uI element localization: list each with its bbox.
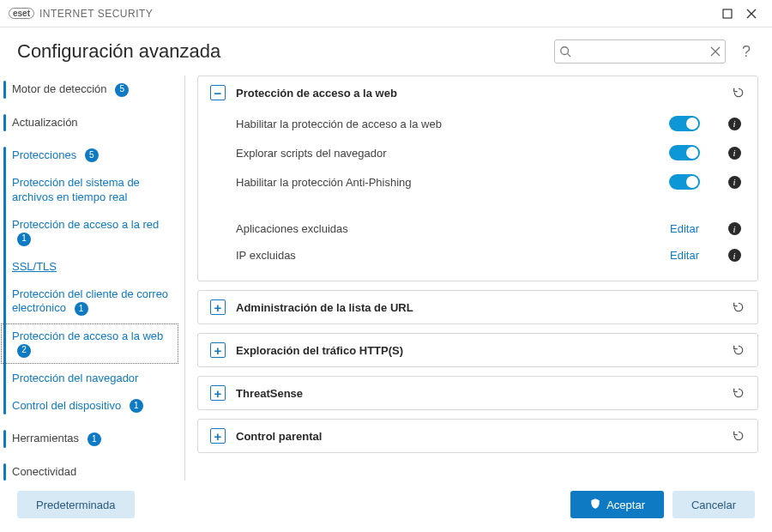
badge: 1 — [87, 432, 101, 446]
sidebar-item-label: Protección del sistema de archivos en ti… — [12, 176, 140, 203]
setting-row-explorar-scripts: Explorar scripts del navegador i — [236, 138, 745, 167]
badge: 2 — [17, 344, 31, 358]
sidebar-item-label: Protección de acceso a la red — [12, 218, 159, 231]
toggle-habilitar-web[interactable] — [669, 116, 700, 131]
toggle-explorar-scripts[interactable] — [669, 145, 700, 160]
reset-icon[interactable] — [732, 429, 745, 443]
section-threatsense: + ThreatSense — [197, 376, 758, 410]
expand-icon[interactable]: + — [210, 299, 226, 315]
setting-row-ip-excluidas: IP excluidas Editar i — [236, 242, 745, 269]
collapse-icon[interactable]: − — [210, 85, 226, 100]
sidebar-item-actualizacion[interactable]: Actualización — [0, 109, 179, 136]
sidebar-item-label: SSL/TLS — [12, 260, 57, 273]
setting-label: Habilitar la protección Anti-Phishing — [236, 176, 646, 189]
svg-point-1 — [561, 47, 569, 55]
shield-icon — [589, 498, 601, 512]
window-close-button[interactable] — [739, 2, 763, 26]
titlebar: eset INTERNET SECURITY — [0, 0, 772, 27]
badge: 1 — [130, 399, 143, 413]
reset-icon[interactable] — [732, 343, 745, 357]
section-exploracion-http: + Exploración del tráfico HTTP(S) — [197, 333, 758, 367]
header: Configuración avanzada ? — [0, 27, 772, 76]
edit-ip-excluidas-link[interactable]: Editar — [654, 249, 715, 262]
section-title: Exploración del tráfico HTTP(S) — [236, 344, 721, 357]
setting-row-habilitar-web: Habilitar la protección de acceso a la w… — [236, 109, 745, 138]
sidebar: Motor de detección 5 Actualización Prote… — [0, 76, 184, 481]
info-icon[interactable]: i — [728, 222, 741, 235]
info-icon[interactable]: i — [728, 176, 741, 189]
badge: 1 — [75, 302, 88, 316]
sidebar-item-label: Herramientas — [12, 432, 79, 444]
setting-row-anti-phishing: Habilitar la protección Anti-Phishing i — [236, 167, 745, 196]
brand-logo: eset INTERNET SECURITY — [9, 8, 153, 20]
sidebar-item-label: Protecciones — [12, 148, 76, 161]
brand-eset: eset — [9, 8, 34, 19]
expand-icon[interactable]: + — [210, 342, 226, 358]
sidebar-item-label: Control del dispositivo — [12, 399, 121, 412]
search-input-wrap — [554, 39, 726, 63]
sidebar-item-label: Actualización — [12, 116, 78, 129]
brand-product: INTERNET SECURITY — [39, 8, 153, 20]
sidebar-item-ssl-tls[interactable]: SSL/TLS — [0, 253, 179, 281]
section-control-parental: + Control parental — [197, 419, 758, 453]
setting-label: Aplicaciones excluidas — [236, 222, 646, 235]
section-proteccion-web: − Protección de acceso a la web Habilita… — [197, 76, 758, 281]
expand-icon[interactable]: + — [210, 428, 226, 444]
sidebar-item-proteccion-red[interactable]: Protección de acceso a la red 1 — [0, 211, 179, 253]
sidebar-item-control-dispositivo[interactable]: Control del dispositivo 1 — [0, 392, 179, 420]
badge: 5 — [85, 148, 99, 162]
setting-label: Habilitar la protección de acceso a la w… — [236, 118, 646, 130]
footer: Predeterminada Aceptar Cancelar — [0, 481, 772, 529]
setting-label: IP excluidas — [236, 249, 646, 262]
sidebar-item-protecciones[interactable]: Protecciones 5 — [0, 142, 179, 170]
badge: 1 — [17, 233, 31, 246]
sidebar-item-proteccion-sistema-archivos[interactable]: Protección del sistema de archivos en ti… — [0, 169, 179, 211]
sidebar-item-proteccion-web[interactable]: Protección de acceso a la web 2 — [0, 323, 179, 365]
setting-row-apps-excluidas: Aplicaciones excluidas Editar i — [236, 215, 745, 242]
help-button[interactable]: ? — [738, 43, 755, 61]
section-title: Control parental — [236, 430, 721, 443]
info-icon[interactable]: i — [728, 118, 741, 130]
edit-apps-excluidas-link[interactable]: Editar — [654, 222, 715, 235]
section-title: Protección de acceso a la web — [236, 87, 721, 100]
sidebar-item-proteccion-correo[interactable]: Protección del cliente de correo electró… — [0, 281, 179, 323]
setting-label: Explorar scripts del navegador — [236, 147, 646, 160]
sidebar-group-protecciones: Protecciones 5 Protección del sistema de… — [0, 142, 179, 420]
info-icon[interactable]: i — [728, 147, 741, 160]
section-title: ThreatSense — [236, 387, 721, 400]
reset-icon[interactable] — [732, 300, 745, 314]
cancel-button[interactable]: Cancelar — [672, 491, 755, 518]
sidebar-divider — [184, 76, 185, 481]
accept-button[interactable]: Aceptar — [570, 491, 664, 518]
sidebar-item-label: Protección de acceso a la web — [12, 329, 163, 342]
svg-rect-0 — [723, 9, 732, 18]
search-input[interactable] — [554, 39, 726, 63]
sidebar-item-herramientas[interactable]: Herramientas 1 — [0, 425, 179, 453]
sidebar-item-proteccion-navegador[interactable]: Protección del navegador — [0, 365, 179, 392]
section-title: Administración de la lista de URL — [236, 301, 721, 314]
accept-label: Aceptar — [606, 499, 645, 511]
sidebar-item-label: Motor de detección — [12, 82, 107, 95]
sidebar-item-motor-deteccion[interactable]: Motor de detección 5 — [0, 76, 179, 104]
reset-icon[interactable] — [732, 386, 745, 400]
sidebar-item-label: Protección del navegador — [12, 372, 138, 384]
sidebar-item-label: Protección del cliente de correo electró… — [12, 287, 168, 314]
toggle-anti-phishing[interactable] — [669, 174, 700, 190]
main-panel: − Protección de acceso a la web Habilita… — [190, 76, 772, 481]
sidebar-item-conectividad[interactable]: Conectividad — [0, 458, 179, 481]
sidebar-item-label: Conectividad — [12, 465, 76, 478]
info-icon[interactable]: i — [728, 249, 741, 262]
badge: 5 — [115, 83, 129, 97]
window-maximize-button[interactable] — [715, 2, 739, 26]
expand-icon[interactable]: + — [210, 385, 226, 401]
default-button[interactable]: Predeterminada — [17, 491, 135, 518]
search-icon — [559, 45, 571, 57]
reset-icon[interactable] — [732, 86, 745, 100]
page-title: Configuración avanzada — [17, 40, 542, 63]
clear-search-icon[interactable] — [710, 46, 721, 57]
section-admin-url: + Administración de la lista de URL — [197, 290, 758, 324]
